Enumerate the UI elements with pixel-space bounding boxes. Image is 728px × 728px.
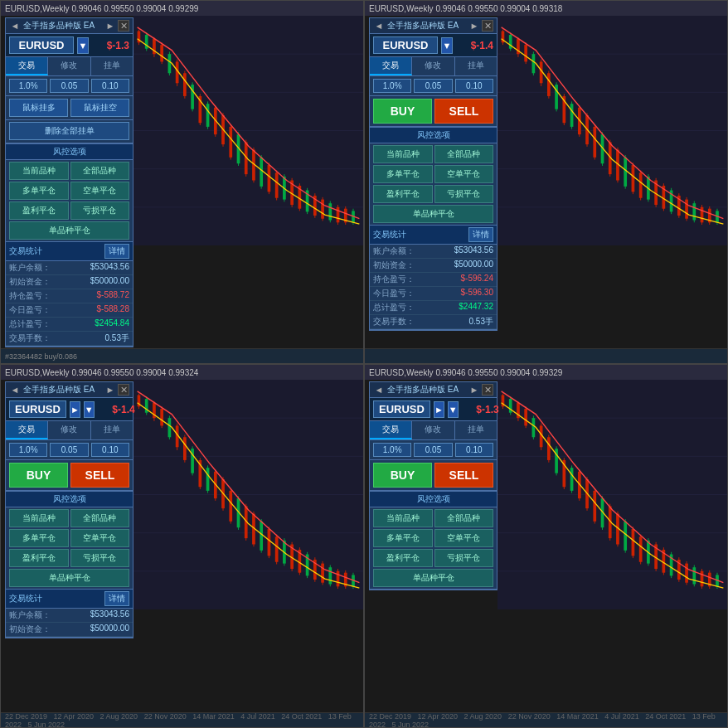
risk-btn-current-4[interactable]: 当前品种 bbox=[373, 509, 433, 527]
panel-close-4[interactable]: ✕ bbox=[482, 384, 493, 396]
risk-btn-profit-3[interactable]: 盈利平仓 bbox=[9, 549, 69, 567]
symbol-arrow-1[interactable]: ▼ bbox=[77, 37, 89, 54]
risk-btn-all-1[interactable]: 全部品种 bbox=[70, 162, 130, 180]
risk-btn-long-1[interactable]: 多单平仓 bbox=[9, 182, 69, 200]
risk-btn-single-3[interactable]: 单品种平仓 bbox=[9, 569, 129, 587]
risk-btn-short-1[interactable]: 空单平仓 bbox=[70, 182, 130, 200]
param-1-3[interactable]: 1.0% bbox=[9, 443, 47, 457]
param-1-4[interactable]: 1.0% bbox=[373, 443, 411, 457]
risk-btn-profit-4[interactable]: 盈利平仓 bbox=[373, 549, 433, 567]
tab-pending-3[interactable]: 挂单 bbox=[91, 421, 133, 439]
risk-btn-short-2[interactable]: 空单平仓 bbox=[434, 165, 494, 183]
param-3-2[interactable]: 0.10 bbox=[455, 79, 493, 93]
param-3-3[interactable]: 0.10 bbox=[91, 443, 129, 457]
sell-btn-3[interactable]: SELL bbox=[70, 463, 129, 488]
buy-btn-4[interactable]: BUY bbox=[373, 463, 432, 488]
stat-label-balance-1: 账户余额： bbox=[9, 262, 51, 274]
tab-modify-2[interactable]: 修改 bbox=[412, 57, 454, 75]
param-2-4[interactable]: 0.05 bbox=[414, 443, 452, 457]
stat-value-total-2: $2447.32 bbox=[459, 302, 493, 313]
panel-nav-left-4[interactable]: ◄ bbox=[373, 384, 385, 396]
risk-btn-loss-2[interactable]: 亏损平仓 bbox=[434, 185, 494, 203]
mouse-long-1[interactable]: 鼠标挂多 bbox=[9, 99, 68, 117]
param-2-3[interactable]: 0.05 bbox=[50, 443, 88, 457]
buy-sell-row-4: BUY SELL bbox=[370, 460, 497, 491]
stats-detail-1[interactable]: 详情 bbox=[104, 244, 129, 259]
tab-trade-2[interactable]: 交易 bbox=[370, 57, 412, 75]
chart-svg-3 bbox=[133, 380, 363, 609]
mouse-short-1[interactable]: 鼠标挂空 bbox=[70, 99, 129, 117]
tab-trade-3[interactable]: 交易 bbox=[6, 421, 48, 439]
risk-grid-2: 当前品种 全部品种 多单平仓 空单平仓 盈利平仓 亏损平仓 单品种平仓 bbox=[370, 143, 497, 226]
sell-btn-2[interactable]: SELL bbox=[434, 99, 493, 124]
stat-balance-2: 账户余额： $53043.56 bbox=[370, 245, 497, 259]
risk-btn-short-4[interactable]: 空单平仓 bbox=[434, 529, 494, 547]
risk-btn-profit-2[interactable]: 盈利平仓 bbox=[373, 185, 433, 203]
panel-nav-right-1[interactable]: ► bbox=[104, 20, 116, 32]
param-1-2[interactable]: 1.0% bbox=[373, 79, 411, 93]
buy-btn-3[interactable]: BUY bbox=[9, 463, 68, 488]
tab-modify-3[interactable]: 修改 bbox=[48, 421, 90, 439]
panel-close-2[interactable]: ✕ bbox=[482, 20, 493, 32]
stat-label-total-2: 总计盈亏： bbox=[373, 302, 415, 313]
param-2-1[interactable]: 0.05 bbox=[50, 79, 88, 93]
stats-header-2: 交易统计 详情 bbox=[370, 226, 497, 245]
stats-section-2: 交易统计 详情 账户余额： $53043.56 初始资金： $50000.00 … bbox=[370, 226, 497, 330]
symbol-arrow-2[interactable]: ▼ bbox=[441, 37, 453, 54]
stats-title-1: 交易统计 bbox=[9, 245, 42, 257]
risk-btn-long-4[interactable]: 多单平仓 bbox=[373, 529, 433, 547]
tab-trade-1[interactable]: 交易 bbox=[6, 57, 48, 75]
risk-btn-loss-3[interactable]: 亏损平仓 bbox=[70, 549, 130, 567]
panel-nav-left-1[interactable]: ◄ bbox=[9, 20, 21, 32]
tab-trade-4[interactable]: 交易 bbox=[370, 421, 412, 439]
risk-btn-all-3[interactable]: 全部品种 bbox=[70, 509, 130, 527]
risk-btn-all-4[interactable]: 全部品种 bbox=[434, 509, 494, 527]
risk-btn-single-2[interactable]: 单品种平仓 bbox=[373, 205, 493, 223]
delete-btn-1[interactable]: 删除全部挂单 bbox=[9, 122, 129, 140]
price-display-3: $-1.4 bbox=[98, 404, 135, 415]
tab-pending-4[interactable]: 挂单 bbox=[455, 421, 497, 439]
param-2-2[interactable]: 0.05 bbox=[414, 79, 452, 93]
risk-btn-single-4[interactable]: 单品种平仓 bbox=[373, 569, 493, 587]
tab-modify-1[interactable]: 修改 bbox=[48, 57, 90, 75]
panel-close-1[interactable]: ✕ bbox=[118, 20, 129, 32]
risk-btn-all-2[interactable]: 全部品种 bbox=[434, 145, 494, 163]
stats-detail-2[interactable]: 详情 bbox=[468, 227, 493, 242]
risk-btn-long-3[interactable]: 多单平仓 bbox=[9, 529, 69, 547]
symbol-dropdown-3[interactable]: ▼ bbox=[84, 401, 95, 418]
chart-svg-2 bbox=[497, 16, 727, 245]
sell-btn-4[interactable]: SELL bbox=[434, 463, 493, 488]
panel-close-3[interactable]: ✕ bbox=[118, 384, 129, 396]
param-3-4[interactable]: 0.10 bbox=[455, 443, 493, 457]
stats-title-2: 交易统计 bbox=[373, 229, 406, 240]
param-3-1[interactable]: 0.10 bbox=[91, 79, 129, 93]
panel-nav-left-3[interactable]: ◄ bbox=[9, 384, 21, 396]
risk-btn-long-2[interactable]: 多单平仓 bbox=[373, 165, 433, 183]
symbol-arrow-4[interactable]: ► bbox=[434, 401, 444, 418]
risk-btn-current-1[interactable]: 当前品种 bbox=[9, 162, 69, 180]
risk-btn-loss-1[interactable]: 亏损平仓 bbox=[70, 201, 130, 220]
panel-nav-right-4[interactable]: ► bbox=[468, 384, 480, 396]
panel-nav-right-2[interactable]: ► bbox=[468, 20, 480, 32]
stat-value-balance-3: $53043.56 bbox=[90, 609, 129, 621]
risk-btn-current-3[interactable]: 当前品种 bbox=[9, 509, 69, 527]
tab-modify-4[interactable]: 修改 bbox=[412, 421, 454, 439]
tab-pending-1[interactable]: 挂单 bbox=[91, 57, 133, 75]
stat-label-today-1: 今日盈亏： bbox=[9, 304, 51, 316]
panel-controls-3: ► ✕ bbox=[104, 384, 129, 396]
chart-title-text-3: EURUSD,Weekly 0.99046 0.99550 0.99004 0.… bbox=[5, 368, 198, 377]
symbol-dropdown-4[interactable]: ▼ bbox=[448, 401, 459, 418]
symbol-arrow-3[interactable]: ► bbox=[70, 401, 80, 418]
stat-label-balance-3: 账户余额： bbox=[9, 609, 51, 621]
tab-pending-2[interactable]: 挂单 bbox=[455, 57, 497, 75]
risk-btn-single-1[interactable]: 单品种平仓 bbox=[9, 221, 129, 240]
risk-btn-short-3[interactable]: 空单平仓 bbox=[70, 529, 130, 547]
stats-detail-3[interactable]: 详情 bbox=[104, 591, 129, 606]
panel-nav-left-2[interactable]: ◄ bbox=[373, 20, 385, 32]
risk-btn-loss-4[interactable]: 亏损平仓 bbox=[434, 549, 494, 567]
risk-btn-profit-1[interactable]: 盈利平仓 bbox=[9, 201, 69, 220]
panel-nav-right-3[interactable]: ► bbox=[104, 384, 116, 396]
buy-btn-2[interactable]: BUY bbox=[373, 99, 432, 124]
param-1-1[interactable]: 1.0% bbox=[9, 79, 47, 93]
risk-btn-current-2[interactable]: 当前品种 bbox=[373, 145, 433, 163]
